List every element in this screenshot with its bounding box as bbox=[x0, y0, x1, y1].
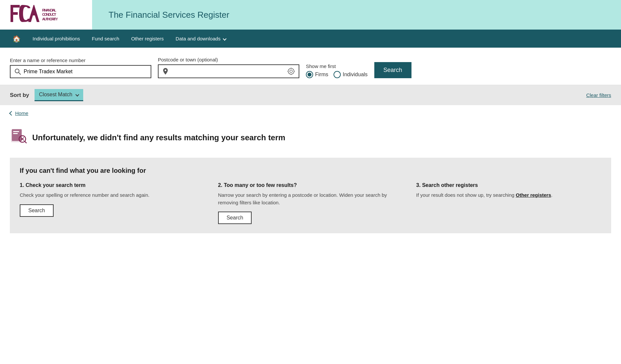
sort-label: Sort by bbox=[10, 92, 29, 99]
help-search-button-1[interactable]: Search bbox=[20, 204, 54, 217]
name-input[interactable] bbox=[24, 69, 147, 75]
radio-group: Firms Individuals bbox=[306, 71, 368, 78]
help-col3-title: 3. Search other registers bbox=[416, 182, 601, 188]
logo-letters bbox=[10, 4, 39, 26]
svg-rect-2 bbox=[11, 12, 18, 15]
site-title: The Financial Services Register bbox=[95, 10, 229, 20]
no-results-text: Unfortunately, we didn't find any result… bbox=[32, 133, 285, 142]
clear-filters-button[interactable]: Clear filters bbox=[586, 92, 611, 98]
help-col-3: 3. Search other registers If your result… bbox=[416, 182, 601, 224]
sort-dropdown[interactable]: Closest Match bbox=[35, 89, 83, 101]
help-col3-text-pre: If your result does not show up, try sea… bbox=[416, 192, 516, 198]
help-col1-text: Check your spelling or reference number … bbox=[20, 192, 205, 199]
firms-label: Firms bbox=[315, 72, 328, 78]
svg-rect-15 bbox=[12, 129, 22, 141]
nav-other-registers[interactable]: Other registers bbox=[125, 30, 170, 48]
firms-radio[interactable]: Firms bbox=[306, 71, 328, 78]
help-search-button-2[interactable]: Search bbox=[218, 212, 252, 224]
location-target-icon[interactable] bbox=[287, 68, 295, 75]
svg-rect-1 bbox=[11, 5, 20, 8]
help-col2-text: Narrow your search by entering a postcod… bbox=[218, 192, 403, 206]
other-registers-link[interactable]: Other registers bbox=[516, 192, 551, 198]
individuals-label: Individuals bbox=[343, 72, 368, 78]
sort-value: Closest Match bbox=[39, 92, 72, 98]
postcode-input[interactable] bbox=[171, 68, 285, 74]
svg-rect-4 bbox=[32, 13, 36, 15]
help-col2-title: 2. Too many or too few results? bbox=[218, 182, 403, 188]
svg-point-9 bbox=[290, 70, 292, 73]
breadcrumb-home-link[interactable]: Home bbox=[15, 110, 28, 116]
svg-rect-17 bbox=[13, 133, 18, 134]
help-title: If you can't find what you are looking f… bbox=[20, 167, 601, 174]
search-section: Enter a name or reference number Postcod… bbox=[0, 48, 621, 85]
help-col-2: 2. Too many or too few results? Narrow y… bbox=[218, 182, 403, 224]
postcode-field: Postcode or town (optional) bbox=[158, 57, 299, 78]
postcode-input-wrapper bbox=[158, 64, 299, 78]
svg-point-7 bbox=[165, 70, 166, 71]
nav-individual-prohibitions[interactable]: Individual prohibitions bbox=[27, 30, 86, 48]
svg-rect-16 bbox=[13, 131, 19, 132]
location-pin-icon bbox=[162, 68, 168, 75]
svg-point-5 bbox=[15, 69, 19, 73]
name-label: Enter a name or reference number bbox=[10, 57, 151, 63]
chevron-down-icon bbox=[223, 37, 226, 40]
nav-fund-search[interactable]: Fund search bbox=[86, 30, 125, 48]
firms-radio-circle bbox=[306, 71, 313, 78]
logo-subtext: FINANCIAL CONDUCT AUTHORITY bbox=[42, 8, 57, 21]
postcode-label: Postcode or town (optional) bbox=[158, 57, 299, 62]
sort-left: Sort by Closest Match bbox=[10, 89, 83, 101]
svg-line-6 bbox=[19, 73, 21, 75]
help-col-1: 1. Check your search term Check your spe… bbox=[20, 182, 205, 224]
name-input-wrapper bbox=[10, 65, 151, 78]
help-columns: 1. Check your search term Check your spe… bbox=[20, 182, 601, 224]
svg-point-8 bbox=[288, 68, 294, 74]
breadcrumb: Home bbox=[0, 105, 621, 119]
no-results-icon bbox=[10, 127, 27, 148]
header-top: FINANCIAL CONDUCT AUTHORITY The Financia… bbox=[0, 0, 621, 30]
logo-area: FINANCIAL CONDUCT AUTHORITY bbox=[10, 4, 95, 26]
sort-chevron-icon bbox=[75, 93, 79, 96]
sort-bar: Sort by Closest Match Clear filters bbox=[0, 85, 621, 105]
fca-logo: FINANCIAL CONDUCT AUTHORITY bbox=[10, 4, 57, 26]
help-section: If you can't find what you are looking f… bbox=[10, 158, 611, 233]
show-first-label: Show me first bbox=[306, 63, 368, 69]
svg-line-19 bbox=[25, 141, 26, 143]
nav-bar: 🏠 Individual prohibitions Fund search Ot… bbox=[0, 30, 621, 48]
search-row: Enter a name or reference number Postcod… bbox=[10, 57, 611, 78]
nav-home-icon[interactable]: 🏠 bbox=[7, 35, 27, 43]
breadcrumb-back-icon bbox=[9, 111, 14, 115]
help-col3-text-post: . bbox=[551, 192, 553, 198]
individuals-radio[interactable]: Individuals bbox=[334, 71, 368, 78]
name-field: Enter a name or reference number bbox=[10, 57, 151, 78]
help-col3-text: If your result does not show up, try sea… bbox=[416, 192, 601, 199]
search-button[interactable]: Search bbox=[374, 62, 411, 78]
no-results-section: Unfortunately, we didn't find any result… bbox=[0, 119, 621, 154]
help-col1-title: 1. Check your search term bbox=[20, 182, 205, 188]
nav-data-downloads[interactable]: Data and downloads bbox=[170, 30, 232, 48]
individuals-radio-circle bbox=[334, 71, 341, 78]
search-icon bbox=[14, 68, 21, 75]
show-first-section: Show me first Firms Individuals bbox=[306, 63, 368, 78]
